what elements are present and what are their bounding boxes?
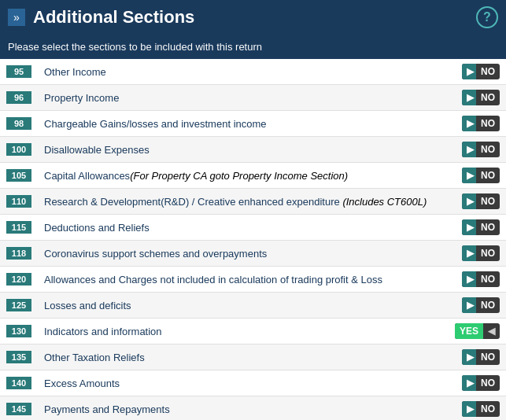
toggle-no[interactable]: ▶NO xyxy=(462,297,500,313)
section-label-italic: (For Property CA goto Property Income Se… xyxy=(130,170,348,182)
section-label: Other Income xyxy=(44,66,106,78)
section-number-cell: 118 xyxy=(0,241,38,267)
toggle-no-indicator: ▶ xyxy=(462,90,476,105)
section-number-cell: 130 xyxy=(0,319,38,344)
section-number: 96 xyxy=(6,91,31,104)
section-label-cell: Payments and Repayments xyxy=(38,396,449,421)
toggle-no-indicator: ▶ xyxy=(462,297,476,313)
section-label-cell: Chargeable Gains/losses and investment i… xyxy=(38,111,449,137)
section-number-cell: 105 xyxy=(0,163,38,189)
section-toggle-cell[interactable]: ▶NO xyxy=(449,370,506,396)
table-row: 105Capital Allowances(For Property CA go… xyxy=(0,163,506,189)
section-toggle-cell[interactable]: ▶NO xyxy=(449,111,506,137)
toggle-no-label: NO xyxy=(476,64,500,79)
toggle-no-label: NO xyxy=(476,168,500,183)
toggle-no[interactable]: ▶NO xyxy=(462,349,500,365)
section-label: Disallowable Expenses xyxy=(44,144,150,156)
section-toggle-cell[interactable]: ▶NO xyxy=(449,293,506,319)
section-toggle-cell[interactable]: ▶NO xyxy=(449,85,506,111)
toggle-no[interactable]: ▶NO xyxy=(462,193,500,209)
table-row: 115Deductions and Reliefs▶NO xyxy=(0,215,506,241)
section-label-italic: (Includes CT600L) xyxy=(342,196,427,208)
section-toggle-cell[interactable]: ▶NO xyxy=(449,189,506,215)
table-row: 135Other Taxation Reliefs▶NO xyxy=(0,344,506,370)
section-label: Capital Allowances xyxy=(44,170,130,182)
table-row: 145Payments and Repayments▶NO xyxy=(0,396,506,421)
toggle-yes[interactable]: YES◀ xyxy=(455,323,500,339)
table-row: 118Coronavirus support schemes and overp… xyxy=(0,241,506,267)
toggle-no[interactable]: ▶NO xyxy=(462,271,500,287)
section-label-cell: Research & Development(R&D) / Creative e… xyxy=(38,189,449,215)
section-number-cell: 95 xyxy=(0,59,38,85)
section-number: 135 xyxy=(6,351,31,363)
section-label-cell: Losses and deficits xyxy=(38,293,449,319)
section-label: Chargeable Gains/losses and investment i… xyxy=(44,118,267,130)
section-toggle-cell[interactable]: ▶NO xyxy=(449,344,506,370)
instructions-bar: Please select the sections to be include… xyxy=(0,35,506,59)
toggle-no-indicator: ▶ xyxy=(462,116,476,131)
section-toggle-cell[interactable]: ▶NO xyxy=(449,59,506,85)
section-label-cell: Deductions and Reliefs xyxy=(38,215,449,241)
section-label: Research & Development(R&D) / Creative e… xyxy=(44,196,342,208)
toggle-no-label: NO xyxy=(476,375,500,391)
section-toggle-cell[interactable]: ▶NO xyxy=(449,241,506,267)
section-number: 100 xyxy=(6,143,31,156)
toggle-no[interactable]: ▶NO xyxy=(462,245,500,261)
section-label: Allowances and Charges not included in c… xyxy=(44,274,382,286)
header: » Additional Sections ? xyxy=(0,0,506,35)
section-label: Deductions and Reliefs xyxy=(44,222,150,234)
section-label-cell: Indicators and information xyxy=(38,319,449,344)
table-row: 125Losses and deficits▶NO xyxy=(0,293,506,319)
table-row: 120Allowances and Charges not included i… xyxy=(0,267,506,293)
toggle-no-label: NO xyxy=(476,349,500,365)
toggle-no[interactable]: ▶NO xyxy=(462,401,500,417)
section-toggle-cell[interactable]: YES◀ xyxy=(449,319,506,344)
section-number-cell: 96 xyxy=(0,85,38,111)
section-number-cell: 100 xyxy=(0,137,38,163)
toggle-no-label: NO xyxy=(476,297,500,313)
toggle-no[interactable]: ▶NO xyxy=(462,142,500,157)
section-toggle-cell[interactable]: ▶NO xyxy=(449,267,506,293)
toggle-no-label: NO xyxy=(476,219,500,235)
section-number: 130 xyxy=(6,325,31,337)
toggle-no[interactable]: ▶NO xyxy=(462,219,500,235)
toggle-no-indicator: ▶ xyxy=(462,219,476,235)
toggle-no[interactable]: ▶NO xyxy=(462,375,500,391)
toggle-no-label: NO xyxy=(476,271,500,287)
toggle-no-indicator: ▶ xyxy=(462,193,476,209)
toggle-no[interactable]: ▶NO xyxy=(462,116,500,131)
section-number: 140 xyxy=(6,377,31,389)
toggle-no[interactable]: ▶NO xyxy=(462,168,500,183)
table-row: 100Disallowable Expenses▶NO xyxy=(0,137,506,163)
toggle-no[interactable]: ▶NO xyxy=(462,64,500,79)
section-number: 120 xyxy=(6,273,31,286)
arrow-icon: » xyxy=(13,11,20,24)
toggle-no-label: NO xyxy=(476,142,500,157)
section-label-cell: Excess Amounts xyxy=(38,370,449,396)
toggle-no-label: NO xyxy=(476,90,500,105)
section-label-cell: Allowances and Charges not included in c… xyxy=(38,267,449,293)
section-label: Other Taxation Reliefs xyxy=(44,352,145,363)
section-number: 98 xyxy=(6,117,31,130)
toggle-no-indicator: ▶ xyxy=(462,349,476,365)
section-number: 125 xyxy=(6,299,31,311)
section-label-cell: Capital Allowances(For Property CA goto … xyxy=(38,163,449,189)
section-toggle-cell[interactable]: ▶NO xyxy=(449,396,506,421)
section-number: 145 xyxy=(6,403,31,415)
section-label-cell: Other Taxation Reliefs xyxy=(38,344,449,370)
section-number: 118 xyxy=(6,247,31,260)
section-toggle-cell[interactable]: ▶NO xyxy=(449,137,506,163)
toggle-no-indicator: ▶ xyxy=(462,271,476,287)
section-number-cell: 125 xyxy=(0,293,38,319)
toggle-no[interactable]: ▶NO xyxy=(462,90,500,105)
collapse-arrow[interactable]: » xyxy=(8,9,25,26)
section-toggle-cell[interactable]: ▶NO xyxy=(449,215,506,241)
section-label: Coronavirus support schemes and overpaym… xyxy=(44,248,267,260)
section-number-cell: 120 xyxy=(0,267,38,293)
section-label-cell: Other Income xyxy=(38,59,449,85)
section-number-cell: 140 xyxy=(0,370,38,396)
section-number-cell: 135 xyxy=(0,344,38,370)
toggle-no-indicator: ▶ xyxy=(462,168,476,183)
section-toggle-cell[interactable]: ▶NO xyxy=(449,163,506,189)
help-icon[interactable]: ? xyxy=(476,6,498,28)
